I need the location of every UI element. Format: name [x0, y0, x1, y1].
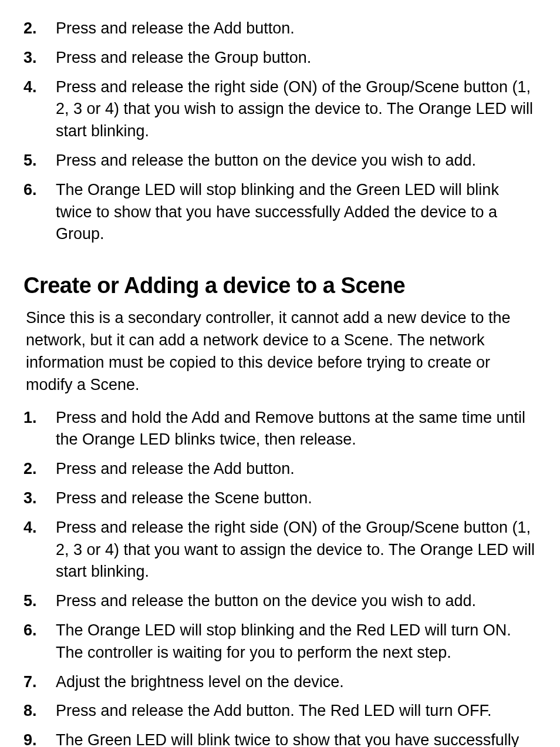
list-number: 5.: [23, 590, 56, 613]
list-number: 3.: [23, 487, 56, 510]
list-text: The Orange LED will stop blinking and th…: [56, 620, 537, 664]
list-item: 5. Press and release the button on the d…: [23, 590, 537, 613]
list-number: 2.: [23, 18, 56, 40]
list-text: The Green LED will blink twice to show t…: [56, 729, 537, 747]
list-item: 2. Press and release the Add button.: [23, 18, 537, 40]
list-item: 4. Press and release the right side (ON)…: [23, 517, 537, 583]
list-number: 5.: [23, 150, 56, 172]
ordered-list-scene: 1. Press and hold the Add and Remove but…: [23, 407, 537, 747]
list-item: 3. Press and release the Group button.: [23, 47, 537, 69]
list-text: Press and release the Add button. The Re…: [56, 700, 537, 722]
section-heading: Create or Adding a device to a Scene: [23, 270, 537, 301]
list-number: 8.: [23, 700, 56, 722]
list-text: Press and release the Group button.: [56, 47, 537, 69]
list-text: Press and release the button on the devi…: [56, 150, 537, 172]
list-item: 4. Press and release the right side (ON)…: [23, 76, 537, 143]
list-text: Adjust the brightness level on the devic…: [56, 671, 537, 694]
list-item: 3. Press and release the Scene button.: [23, 487, 537, 510]
list-number: 9.: [23, 729, 56, 747]
list-number: 6.: [23, 179, 56, 245]
list-text: Press and release the button on the devi…: [56, 590, 537, 613]
list-item: 1. Press and hold the Add and Remove but…: [23, 407, 537, 452]
intro-paragraph: Since this is a secondary controller, it…: [23, 307, 537, 396]
list-number: 2.: [23, 458, 56, 480]
list-item: 5. Press and release the button on the d…: [23, 150, 537, 172]
list-number: 6.: [23, 620, 56, 664]
ordered-list-group: 2. Press and release the Add button. 3. …: [23, 18, 537, 245]
list-text: Press and release the right side (ON) of…: [56, 517, 537, 583]
list-item: 2. Press and release the Add button.: [23, 458, 537, 480]
list-item: 6. The Orange LED will stop blinking and…: [23, 179, 537, 245]
list-number: 4.: [23, 517, 56, 583]
list-text: The Orange LED will stop blinking and th…: [56, 179, 537, 245]
list-number: 3.: [23, 47, 56, 69]
list-item: 9. The Green LED will blink twice to sho…: [23, 729, 537, 747]
list-number: 7.: [23, 671, 56, 694]
list-number: 1.: [23, 407, 56, 452]
list-text: Press and release the right side (ON) of…: [56, 76, 537, 143]
list-text: Press and release the Scene button.: [56, 487, 537, 510]
list-item: 7. Adjust the brightness level on the de…: [23, 671, 537, 694]
list-text: Press and hold the Add and Remove button…: [56, 407, 537, 452]
list-text: Press and release the Add button.: [56, 458, 537, 480]
list-item: 8. Press and release the Add button. The…: [23, 700, 537, 722]
list-text: Press and release the Add button.: [56, 18, 537, 40]
list-item: 6. The Orange LED will stop blinking and…: [23, 620, 537, 664]
list-number: 4.: [23, 76, 56, 143]
